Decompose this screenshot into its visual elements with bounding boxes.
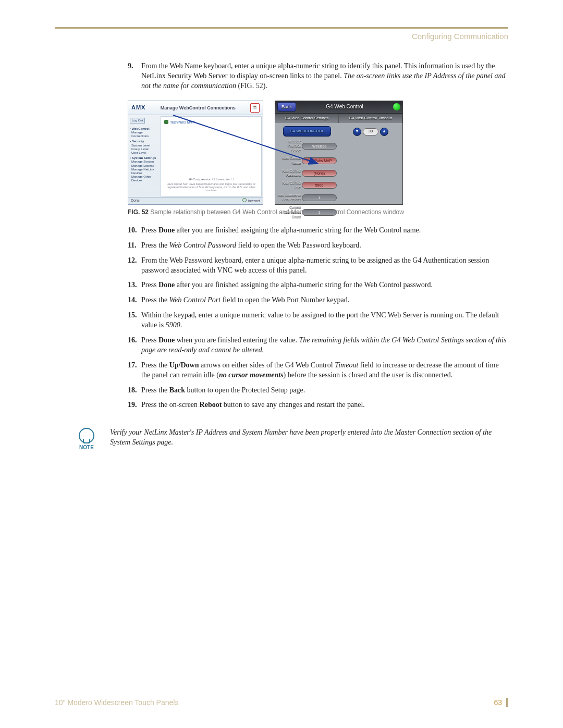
steps-list-cont: 10.Press Done after you are finished ass… (128, 226, 508, 410)
up-arrow-icon: ▲ (380, 128, 388, 136)
web-titlebar: AMX Manage WebControl Connections ☕ (128, 101, 263, 115)
back-button: Back (277, 102, 296, 112)
down-arrow-icon: ▼ (353, 128, 361, 136)
step-10: 10.Press Done after you are finished ass… (128, 226, 508, 236)
g4-enable-button: G4 WEBCONTROL (283, 126, 331, 137)
web-window: AMX Manage WebControl Connections ☕ Log … (128, 101, 263, 205)
step-14: 14.Press the Web Control Port field to o… (128, 295, 508, 305)
step-18: 18.Press the Back button to open the Pro… (128, 386, 508, 396)
section-header: Configuring Communication (55, 32, 508, 41)
note-icon: NOTE (76, 428, 97, 450)
timeout-value: 30 (363, 128, 378, 135)
step-9: 9.From the Web Name keyboard, enter a un… (128, 61, 508, 91)
web-main: TechPubs MVP Hi-Compression ☐ Low-color … (161, 116, 262, 196)
step-16: 16.Press Done when you are finished ente… (128, 336, 508, 355)
step-15: 15.Within the keypad, enter a unique num… (128, 311, 508, 330)
footer-bar (506, 698, 508, 707)
tab-settings: G4 Web Control Settings (275, 114, 339, 123)
page-number: 63 (494, 698, 502, 707)
amx-logo: AMX (131, 104, 145, 112)
panel-window: Back G4 Web Control G4 Web Control Setti… (275, 101, 403, 205)
status-indicator-icon (393, 103, 400, 110)
footer-product: 10" Modero Widescreen Touch Panels (55, 698, 178, 707)
monitor-icon (164, 120, 168, 124)
page-footer: 10" Modero Widescreen Touch Panels 63 (55, 698, 508, 707)
body-content: 9.From the Web Name keyboard, enter a un… (128, 61, 508, 410)
logout-button: Log Out (130, 118, 145, 124)
steps-list: 9.From the Web Name keyboard, enter a un… (128, 61, 508, 91)
web-statusbar: Done Internet (128, 197, 263, 204)
bulb-icon (79, 428, 94, 443)
panel-settings-col: G4 WEBCONTROL Network Interface SelectWi… (275, 123, 339, 204)
step-13: 13.Press Done after you are finished ass… (128, 280, 508, 290)
globe-icon (242, 198, 247, 202)
step-11: 11.Press the Web Control Password field … (128, 241, 508, 251)
tab-timeout: G4 Web Control Timeout (339, 114, 402, 123)
web-sidebar: Log Out • WebControlManage Connections• … (128, 115, 160, 198)
step-17: 17.Press the Up/Down arrows on either si… (128, 361, 508, 380)
panel-timeout-col: ▼ 30 ▲ (339, 123, 402, 204)
web-title: Manage WebControl Connections (161, 105, 236, 111)
step-12: 12.From the Web Password keyboard, enter… (128, 256, 508, 276)
note-block: NOTE Verify your NetLinx Master's IP Add… (76, 428, 508, 450)
panel-title: G4 Web Control (326, 103, 363, 110)
web-options: Hi-Compression ☐ Low-color ☐ (161, 177, 261, 181)
figure-52: AMX Manage WebControl Connections ☕ Log … (128, 101, 508, 205)
web-copyright: Java and all Sun Java based trademarks a… (161, 182, 261, 192)
step-19: 19.Press the on-screen Reboot button to … (128, 400, 508, 410)
java-icon: ☕ (250, 103, 260, 113)
panel-link: TechPubs MVP (164, 120, 258, 125)
page-rule-top (55, 27, 508, 29)
note-text: Verify your NetLinx Master's IP Address … (110, 428, 508, 448)
